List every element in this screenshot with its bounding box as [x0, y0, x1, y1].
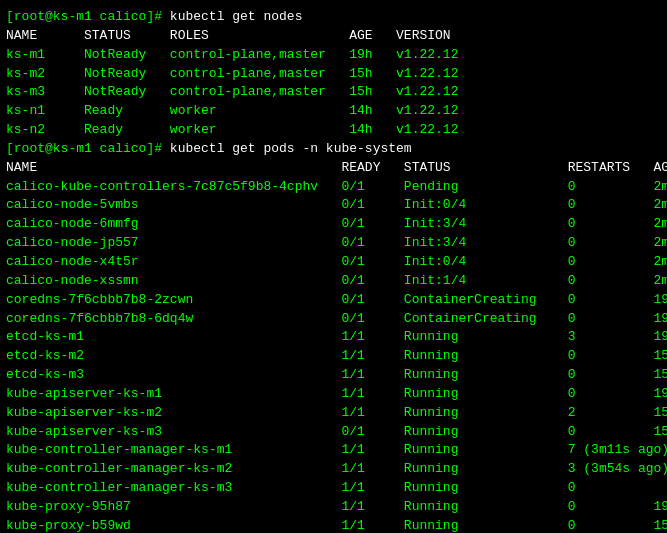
table-row: etcd-ks-m1 1/1 Running 3 19h	[6, 329, 667, 344]
table-row: etcd-ks-m3 1/1 Running 0 15h	[6, 367, 667, 382]
terminal-line: calico-node-xssmn 0/1 Init:1/4 0 2m52s	[6, 272, 661, 291]
terminal-line: ks-m3 NotReady control-plane,master 15h …	[6, 83, 661, 102]
table-row: coredns-7f6cbbb7b8-6dq4w 0/1 ContainerCr…	[6, 311, 667, 326]
terminal-line: [root@ks-m1 calico]# kubectl get pods -n…	[6, 140, 661, 159]
terminal-line: kube-controller-manager-ks-m2 1/1 Runnin…	[6, 460, 661, 479]
prompt-text: [root@ks-m1 calico]#	[6, 9, 162, 24]
terminal-line: calico-node-x4t5r 0/1 Init:0/4 0 2m53s	[6, 253, 661, 272]
table-row: coredns-7f6cbbb7b8-2zcwn 0/1 ContainerCr…	[6, 292, 667, 307]
table-row: kube-apiserver-ks-m3 0/1 Running 0 15h	[6, 424, 667, 439]
terminal-line: calico-node-5vmbs 0/1 Init:0/4 0 2m53s	[6, 196, 661, 215]
table-row: ks-m3 NotReady control-plane,master 15h …	[6, 84, 458, 99]
terminal-line: etcd-ks-m2 1/1 Running 0 15h	[6, 347, 661, 366]
command-text: kubectl get nodes	[162, 9, 302, 24]
table-row: ks-m1 NotReady control-plane,master 19h …	[6, 47, 458, 62]
table-row: kube-controller-manager-ks-m2 1/1 Runnin…	[6, 461, 667, 476]
table-row: kube-controller-manager-ks-m1 1/1 Runnin…	[6, 442, 667, 457]
table-row: etcd-ks-m2 1/1 Running 0 15h	[6, 348, 667, 363]
table-header: NAME STATUS ROLES AGE VERSION	[6, 28, 451, 43]
terminal-line: coredns-7f6cbbb7b8-2zcwn 0/1 ContainerCr…	[6, 291, 661, 310]
table-row: ks-n2 Ready worker 14h v1.22.12	[6, 122, 458, 137]
terminal-window: [root@ks-m1 calico]# kubectl get nodesNA…	[0, 0, 667, 533]
terminal-line: calico-kube-controllers-7c87c5f9b8-4cphv…	[6, 178, 661, 197]
table-header: NAME READY STATUS RESTARTS AGE	[6, 160, 667, 175]
terminal-line: ks-n1 Ready worker 14h v1.22.12	[6, 102, 661, 121]
terminal-line: coredns-7f6cbbb7b8-6dq4w 0/1 ContainerCr…	[6, 310, 661, 329]
table-row: calico-node-6mmfg 0/1 Init:3/4 0 2m52s	[6, 216, 667, 231]
terminal-line: kube-apiserver-ks-m3 0/1 Running 0 15h	[6, 423, 661, 442]
prompt-text: [root@ks-m1 calico]#	[6, 141, 162, 156]
table-row: calico-node-5vmbs 0/1 Init:0/4 0 2m53s	[6, 197, 667, 212]
terminal-line: NAME STATUS ROLES AGE VERSION	[6, 27, 661, 46]
terminal-line: [root@ks-m1 calico]# kubectl get nodes	[6, 8, 661, 27]
terminal-line: kube-controller-manager-ks-m3 1/1 Runnin…	[6, 479, 661, 498]
terminal-line: kube-apiserver-ks-m2 1/1 Running 2 15h	[6, 404, 661, 423]
terminal-line: ks-m1 NotReady control-plane,master 19h …	[6, 46, 661, 65]
table-row: kube-proxy-b59wd 1/1 Running 0 15h	[6, 518, 667, 533]
terminal-line: NAME READY STATUS RESTARTS AGE	[6, 159, 661, 178]
table-row: ks-m2 NotReady control-plane,master 15h …	[6, 66, 458, 81]
terminal-line: kube-proxy-95h87 1/1 Running 0 19h	[6, 498, 661, 517]
terminal-line: etcd-ks-m3 1/1 Running 0 15h	[6, 366, 661, 385]
terminal-line: kube-controller-manager-ks-m1 1/1 Runnin…	[6, 441, 661, 460]
terminal-line: kube-proxy-b59wd 1/1 Running 0 15h	[6, 517, 661, 533]
terminal-line: kube-apiserver-ks-m1 1/1 Running 0 19h	[6, 385, 661, 404]
table-row: kube-proxy-95h87 1/1 Running 0 19h	[6, 499, 667, 514]
terminal-line: etcd-ks-m1 1/1 Running 3 19h	[6, 328, 661, 347]
terminal-line: ks-m2 NotReady control-plane,master 15h …	[6, 65, 661, 84]
table-row: kube-controller-manager-ks-m3 1/1 Runnin…	[6, 480, 667, 495]
table-row: calico-node-jp557 0/1 Init:3/4 0 2m53s	[6, 235, 667, 250]
table-row: calico-kube-controllers-7c87c5f9b8-4cphv…	[6, 179, 667, 194]
command-text: kubectl get pods -n kube-system	[162, 141, 412, 156]
table-row: kube-apiserver-ks-m1 1/1 Running 0 19h	[6, 386, 667, 401]
terminal-line: ks-n2 Ready worker 14h v1.22.12	[6, 121, 661, 140]
terminal-line: calico-node-jp557 0/1 Init:3/4 0 2m53s	[6, 234, 661, 253]
table-row: calico-node-x4t5r 0/1 Init:0/4 0 2m53s	[6, 254, 667, 269]
table-row: calico-node-xssmn 0/1 Init:1/4 0 2m52s	[6, 273, 667, 288]
table-row: kube-apiserver-ks-m2 1/1 Running 2 15h	[6, 405, 667, 420]
table-row: ks-n1 Ready worker 14h v1.22.12	[6, 103, 458, 118]
terminal-line: calico-node-6mmfg 0/1 Init:3/4 0 2m52s	[6, 215, 661, 234]
